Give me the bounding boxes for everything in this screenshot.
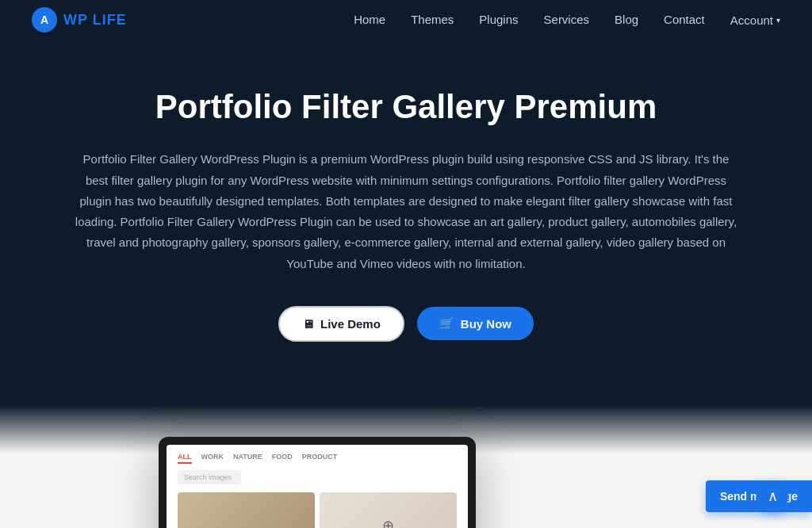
hero-section: Portfolio Filter Gallery Premium Portfol… [0,40,812,405]
live-demo-label: Live Demo [320,317,381,331]
chevron-down-icon: ▾ [776,16,780,25]
screen-tab-nature: NATURE [233,453,262,464]
laptop-screen: ALL WORK NATURE FOOD PRODUCT Search imag… [167,445,468,528]
nav-item-contact: Contact [664,13,705,27]
logo[interactable]: A WP LIFE [32,7,127,33]
arrow-up-icon: ∧ [768,488,778,505]
nav-link-home[interactable]: Home [354,13,385,26]
screen-tab-work: WORK [201,453,224,464]
nav-item-services: Services [544,13,590,27]
hero-title: Portfolio Filter Gallery Premium [155,87,657,127]
nav-link-account-label: Account [730,13,773,27]
nav-item-themes: Themes [411,13,454,27]
magnifier-icon: ⊕ [382,517,394,528]
scroll-to-top-button[interactable]: ∧ [756,480,788,512]
nav-link-account[interactable]: Account ▾ [730,13,780,27]
live-demo-button[interactable]: 🖥 Live Demo [278,306,404,342]
nav-link-contact[interactable]: Contact [664,13,705,26]
laptop-mockup: ALL WORK NATURE FOOD PRODUCT Search imag… [159,437,476,528]
screen-image-2: ⊕ [320,492,457,528]
monitor-icon: 🖥 [302,317,314,331]
nav-links: Home Themes Plugins Services Blog Contac… [354,13,780,27]
nav-item-account: Account ▾ [730,13,780,27]
cart-icon: 🛒 [439,316,454,331]
logo-brand-prefix: WP [63,12,88,28]
logo-brand-suffix: LIFE [88,12,127,28]
nav-link-plugins[interactable]: Plugins [479,13,518,26]
nav-link-blog[interactable]: Blog [615,13,638,26]
screen-image-1 [178,492,315,528]
screen-search: Search images [178,470,241,484]
hero-buttons: 🖥 Live Demo 🛒 Buy Now [278,306,534,342]
laptop-wrapper: ALL WORK NATURE FOOD PRODUCT Search imag… [16,437,796,528]
logo-icon-text: A [40,13,48,26]
screen-tab-all: ALL [178,453,192,464]
logo-text: WP LIFE [63,12,127,29]
nav-item-plugins: Plugins [479,13,518,27]
screen-tab-product: PRODUCT [302,453,338,464]
logo-icon: A [32,7,57,33]
nav-link-services[interactable]: Services [544,13,590,26]
screen-grid: ⊕ [178,492,457,528]
screen-inner: ALL WORK NATURE FOOD PRODUCT Search imag… [167,445,468,528]
buy-now-button[interactable]: 🛒 Buy Now [417,307,534,340]
nav-link-themes[interactable]: Themes [411,13,454,26]
buy-now-label: Buy Now [461,317,511,331]
nav-item-blog: Blog [615,13,638,27]
hero-description: Portfolio Filter Gallery WordPress Plugi… [73,149,739,274]
screen-tabs: ALL WORK NATURE FOOD PRODUCT [178,453,457,464]
preview-section: ALL WORK NATURE FOOD PRODUCT Search imag… [0,453,812,528]
screen-tab-food: FOOD [272,453,293,464]
nav-item-home: Home [354,13,385,27]
navigation: A WP LIFE Home Themes Plugins Services B… [0,0,812,40]
